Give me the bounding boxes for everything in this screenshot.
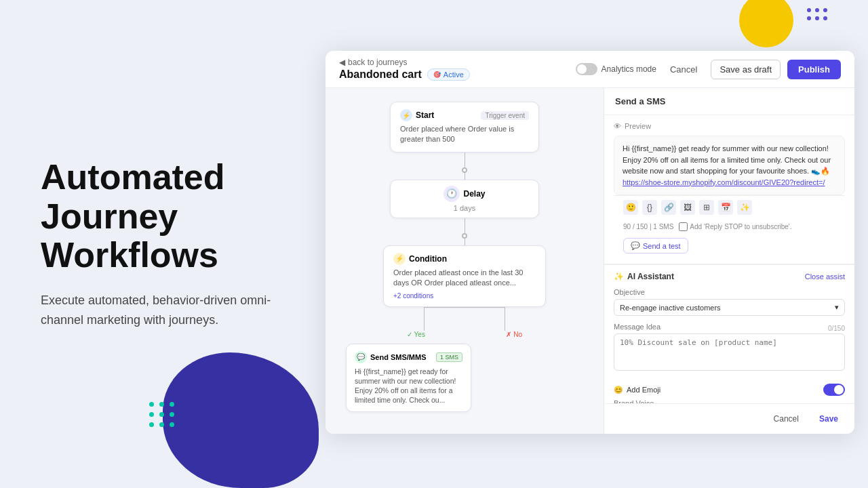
status-badge: 🎯 Active [427, 68, 470, 81]
sms-node[interactable]: 💬 Send SMS/MMS 1 SMS Hi {{first_name}} g… [346, 344, 471, 413]
yes-label: ✓ Yes [407, 331, 425, 338]
branch-container: ✓ Yes ✗ No [383, 307, 546, 338]
app-body: ⚡ Start Trigger event Order placed where… [326, 88, 854, 434]
back-arrow-icon: ◀ [339, 58, 345, 67]
send-test-icon: 💬 [631, 241, 640, 250]
close-assist-button[interactable]: Close assist [805, 272, 845, 281]
save-draft-button[interactable]: Save as draft [711, 60, 781, 79]
objective-select[interactable]: Re-engage inactive customers ▾ [614, 299, 845, 316]
panel-footer: Cancel Save [604, 403, 854, 434]
start-condition: Order placed where Order value is greate… [400, 124, 529, 145]
header-right: Analytics mode Cancel Save as draft Publ… [576, 60, 841, 79]
delay-label: Delay [463, 189, 485, 199]
table-toolbar-icon[interactable]: ⊞ [699, 200, 714, 215]
decorative-dots-bottom [149, 402, 174, 427]
preview-label: 👁 Preview [614, 122, 845, 130]
condition-body: Order placed atleast once in the last 30… [393, 268, 536, 289]
journey-flow: ⚡ Start Trigger event Order placed where… [339, 102, 590, 412]
chevron-down-icon: ▾ [835, 303, 839, 312]
message-idea-label: Message Idea [614, 323, 660, 331]
no-line [505, 307, 505, 331]
app-header: ◀ back to journeys Abandoned cart 🎯 Acti… [326, 51, 854, 88]
emoji-toggle-row: 😊 Add Emoji [614, 380, 845, 399]
objective-field: Objective Re-engage inactive customers ▾ [614, 288, 845, 316]
yes-line [424, 307, 425, 331]
connector-dot-2 [462, 233, 467, 239]
journey-canvas: ⚡ Start Trigger event Order placed where… [326, 88, 604, 434]
app-window: ◀ back to journeys Abandoned cart 🎯 Acti… [326, 51, 854, 434]
message-idea-chars: 0/150 [828, 325, 845, 332]
conditions-more[interactable]: +2 conditions [393, 292, 536, 300]
analytics-toggle-switch[interactable] [576, 63, 597, 75]
cancel-button[interactable]: Cancel [663, 60, 704, 79]
message-idea-textarea[interactable] [614, 333, 845, 371]
no-label: ✗ No [506, 331, 522, 338]
journey-title: Abandoned cart [339, 68, 422, 81]
send-test-button[interactable]: 💬 Send a test [623, 238, 688, 253]
sms-node-header: 💬 Send SMS/MMS 1 SMS [355, 351, 462, 363]
decorative-yellow-circle [739, 0, 793, 47]
preview-box: Hi {{first_name}} get ready for summer w… [614, 136, 845, 195]
connector-dot-1 [462, 167, 467, 173]
main-heading: Automated Journey Workflows [41, 158, 278, 274]
sparkle-icon: ✨ [614, 272, 624, 281]
main-description: Execute automated, behavior-driven omni-… [41, 291, 278, 330]
delay-days: 1 days [400, 204, 529, 212]
emoji-toggle-switch[interactable] [823, 384, 845, 396]
right-panel: Send a SMS 👁 Preview Hi {{first_name}} g… [604, 88, 854, 434]
branch-horizontal [424, 307, 505, 308]
condition-icon: ⚡ [393, 253, 406, 265]
trigger-event-tag: Trigger event [481, 111, 529, 120]
code-toolbar-icon[interactable]: {} [642, 200, 657, 215]
emoji-toolbar-icon[interactable]: 🙂 [623, 200, 638, 215]
sms-icon: 💬 [355, 351, 367, 363]
preview-section: 👁 Preview Hi {{first_name}} get ready fo… [604, 115, 854, 264]
decorative-dots-top [807, 8, 827, 20]
sms-info-row: 90 / 150 | 1 SMS Add 'Reply STOP to unsu… [614, 219, 845, 235]
condition-node[interactable]: ⚡ Condition Order placed atleast once in… [383, 245, 546, 307]
active-dot-icon: 🎯 [433, 71, 441, 78]
eye-icon: 👁 [614, 122, 621, 130]
send-test-container: 💬 Send a test [614, 235, 845, 257]
reply-stop-checkbox[interactable] [679, 222, 688, 231]
back-link[interactable]: ◀ back to journeys [339, 58, 470, 67]
link-toolbar-icon[interactable]: 🔗 [661, 200, 676, 215]
analytics-toggle: Analytics mode [576, 63, 656, 75]
image-toolbar-icon[interactable]: 🖼 [680, 200, 695, 215]
emoji-circle-icon: 😊 [614, 386, 623, 394]
emoji-label: 😊 Add Emoji [614, 386, 660, 394]
ai-assistant-title: ✨ AI Assistant [614, 272, 674, 281]
message-toolbar: 🙂 {} 🔗 🖼 ⊞ 📅 ✨ [614, 195, 845, 219]
message-idea-field: Message Idea 0/150 [614, 323, 845, 373]
connector-1 [465, 152, 465, 167]
sms-badge: 1 SMS [436, 352, 462, 362]
preview-link[interactable]: https://shoe-store.myshopify.com/discoun… [623, 178, 825, 186]
sms-preview-text: Hi {{first_name}} get ready for summer w… [355, 367, 462, 405]
start-node[interactable]: ⚡ Start Trigger event Order placed where… [390, 102, 539, 152]
publish-button[interactable]: Publish [787, 60, 841, 79]
connector-3 [465, 218, 465, 233]
connector-2 [465, 173, 465, 180]
connector-4 [465, 239, 465, 245]
ai-assistant-header: ✨ AI Assistant Close assist [614, 272, 845, 281]
char-count: 90 / 150 | 1 SMS [623, 223, 673, 230]
footer-cancel-button[interactable]: Cancel [767, 411, 806, 427]
start-icon: ⚡ [400, 109, 412, 121]
objective-label: Objective [614, 288, 845, 296]
panel-header: Send a SMS [604, 88, 854, 115]
reply-stop-toggle[interactable]: Add 'Reply STOP to unsubscribe'. [679, 222, 791, 231]
calendar-toolbar-icon[interactable]: 📅 [718, 200, 733, 215]
more-toolbar-icon[interactable]: ✨ [737, 200, 752, 215]
footer-save-button[interactable]: Save [812, 411, 845, 427]
delay-node[interactable]: 🕐 Delay 1 days [390, 180, 539, 218]
ai-assistant-panel: ✨ AI Assistant Close assist Objective Re… [604, 264, 854, 403]
branch-labels: ✓ Yes ✗ No [383, 331, 546, 338]
delay-icon: 🕐 [443, 186, 460, 202]
